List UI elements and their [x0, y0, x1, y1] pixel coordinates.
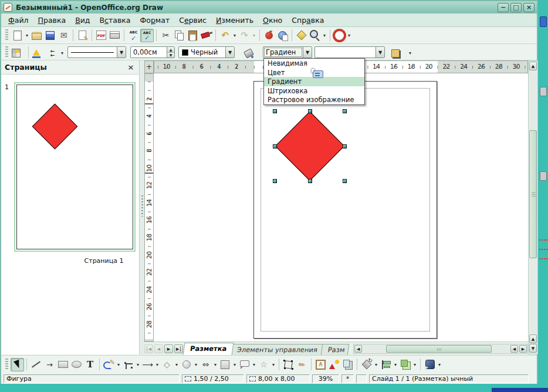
edit-points-mode-icon[interactable] — [29, 46, 43, 60]
arrow-style-dropdown-icon[interactable]: ▾ — [59, 46, 65, 60]
selection-handle-e[interactable] — [343, 144, 347, 148]
select-icon[interactable] — [11, 358, 24, 371]
toolbar-overflow-icon[interactable]: ▾ — [437, 358, 442, 371]
menu-item[interactable]: Формат — [135, 14, 174, 26]
stars-dropdown-icon[interactable]: ▾ — [270, 358, 276, 371]
zoom-dropdown-icon[interactable]: ▾ — [322, 29, 327, 42]
status-zoom[interactable]: 39% — [312, 374, 339, 383]
vertical-scroll-thumb[interactable] — [529, 130, 537, 258]
fontwork-icon[interactable]: ✎ — [292, 355, 311, 374]
curve-icon[interactable] — [102, 358, 116, 371]
fill-type-select[interactable]: Градиен ▼ — [263, 46, 312, 58]
rectangle-icon[interactable] — [56, 358, 70, 371]
zoom-icon[interactable] — [308, 29, 322, 42]
scroll-up-icon[interactable]: ▲ — [529, 334, 537, 343]
interaction-icon[interactable] — [423, 358, 437, 371]
toolbar-grip[interactable] — [5, 46, 8, 58]
layer-tab[interactable]: Элементы управления — [230, 344, 325, 355]
save-icon[interactable] — [43, 29, 57, 42]
scroll-up-icon[interactable]: ▲ — [529, 62, 537, 70]
fill-name-select[interactable]: ▼ — [314, 46, 385, 58]
print-icon[interactable] — [108, 29, 121, 42]
edit-file-icon[interactable] — [76, 29, 89, 42]
scroll-left-icon[interactable]: ◀ — [354, 345, 362, 353]
new-document-icon[interactable] — [11, 29, 24, 42]
toolbar-grip[interactable] — [5, 29, 8, 41]
dropdown-item[interactable]: Градиент — [264, 77, 364, 86]
fill-type-dropdown-icon[interactable]: ▼ — [303, 47, 312, 58]
title-bar[interactable]: Безымянный1 - OpenOffice.org Draw − □ × — [1, 1, 537, 13]
undo-dropdown-icon[interactable]: ▾ — [232, 29, 238, 42]
connector-dropdown-icon[interactable]: ▾ — [135, 358, 141, 371]
spin-down-icon[interactable]: ▼ — [167, 53, 174, 58]
flowcharts-icon[interactable] — [218, 358, 232, 371]
arrow-style-icon[interactable] — [46, 46, 59, 60]
line-style-select[interactable]: ▼ — [67, 46, 126, 58]
send-mail-icon[interactable]: ✉ — [57, 29, 70, 42]
pages-panel-close-icon[interactable]: × — [126, 63, 136, 72]
status-size[interactable]: 8,00 x 8,00 — [246, 374, 310, 383]
dropdown-item[interactable]: Невидимая — [264, 59, 364, 68]
layer-tab[interactable]: Разметка — [183, 343, 234, 355]
selection-handle-s[interactable] — [308, 179, 312, 183]
menu-item[interactable]: Окно — [258, 14, 287, 26]
menu-item[interactable]: Справка — [287, 14, 329, 26]
dropdown-item[interactable]: Штриховка — [264, 86, 364, 96]
tab-nav-icon[interactable]: ◀ — [144, 344, 153, 353]
vertical-ruler[interactable]: 246810121416182022242628 — [144, 73, 154, 342]
line-color-dropdown-icon[interactable]: ▼ — [225, 47, 234, 58]
spellcheck-icon[interactable] — [127, 29, 140, 42]
line-arrow-end-icon[interactable]: → — [43, 358, 56, 371]
navigator-icon[interactable] — [295, 29, 308, 42]
alignment-icon[interactable] — [379, 358, 393, 371]
lines-arrows-dropdown-icon[interactable]: ▾ — [154, 358, 160, 371]
lines-arrows-icon[interactable]: ⟶ — [141, 358, 154, 371]
gallery-icon[interactable] — [262, 29, 276, 42]
block-arrows-icon[interactable]: ⇔ — [199, 358, 212, 371]
stars-icon[interactable]: ☆ — [257, 358, 270, 371]
selection-handle-ne[interactable] — [343, 109, 347, 113]
menu-item[interactable]: Сервис — [174, 14, 211, 26]
status-slide-info[interactable]: Слайд 1 / 1 (Разметка) ычный — [369, 374, 529, 383]
spin-up-icon[interactable]: ▲ — [167, 47, 174, 53]
line-width-value[interactable]: 0,00см — [131, 48, 167, 56]
open-icon[interactable] — [30, 29, 43, 42]
page-area[interactable] — [253, 81, 437, 339]
symbol-shapes-dropdown-icon[interactable]: ▾ — [193, 358, 199, 371]
connector-icon[interactable] — [121, 358, 135, 371]
tab-nav-icon[interactable]: ▶ — [174, 344, 183, 353]
callouts-icon[interactable] — [238, 358, 251, 371]
undo-icon[interactable]: ↶ — [218, 29, 232, 42]
maximize-button[interactable]: □ — [510, 3, 522, 12]
copy-icon[interactable] — [172, 29, 186, 42]
minimize-button[interactable]: − — [498, 3, 509, 12]
styles-window-icon[interactable] — [9, 46, 23, 60]
scroll-right-icon[interactable]: ▶ — [519, 345, 527, 353]
tab-nav-icon[interactable]: ◀ — [154, 344, 163, 353]
menu-item[interactable]: Вставка — [94, 14, 135, 26]
basic-shapes-icon[interactable]: ◇ — [160, 358, 174, 371]
close-button[interactable]: × — [523, 3, 535, 12]
menu-item[interactable]: Вид — [70, 14, 94, 26]
line-icon[interactable] — [29, 358, 43, 371]
vertical-scrollbar[interactable]: ▲ ▲ ▼ — [528, 60, 538, 354]
symbol-shapes-icon[interactable] — [180, 358, 193, 371]
cut-icon[interactable]: ✂ — [159, 29, 172, 42]
toolbar-grip[interactable] — [5, 359, 8, 370]
rotate-icon[interactable] — [360, 358, 373, 371]
help-icon[interactable] — [333, 29, 346, 42]
toolbar-overflow-icon[interactable]: ▾ — [407, 46, 413, 60]
alignment-dropdown-icon[interactable]: ▾ — [393, 358, 398, 371]
redo-icon[interactable]: ↷ — [238, 29, 251, 42]
basic-shapes-dropdown-icon[interactable]: ▾ — [174, 358, 180, 371]
selection-handle-se[interactable] — [343, 179, 347, 183]
auto-spellcheck-icon[interactable] — [140, 29, 154, 42]
from-file-icon[interactable]: A — [314, 358, 327, 371]
scroll-left-icon[interactable]: ◀ — [510, 345, 518, 353]
line-width-spinner[interactable]: 0,00см ▲ ▼ — [130, 46, 175, 58]
format-paintbrush-icon[interactable] — [199, 29, 213, 42]
menu-item[interactable]: Файл — [4, 14, 33, 26]
drawing-canvas[interactable] — [154, 73, 528, 342]
callouts-dropdown-icon[interactable]: ▾ — [251, 358, 257, 371]
new-document-dropdown-icon[interactable]: ▾ — [24, 29, 30, 42]
